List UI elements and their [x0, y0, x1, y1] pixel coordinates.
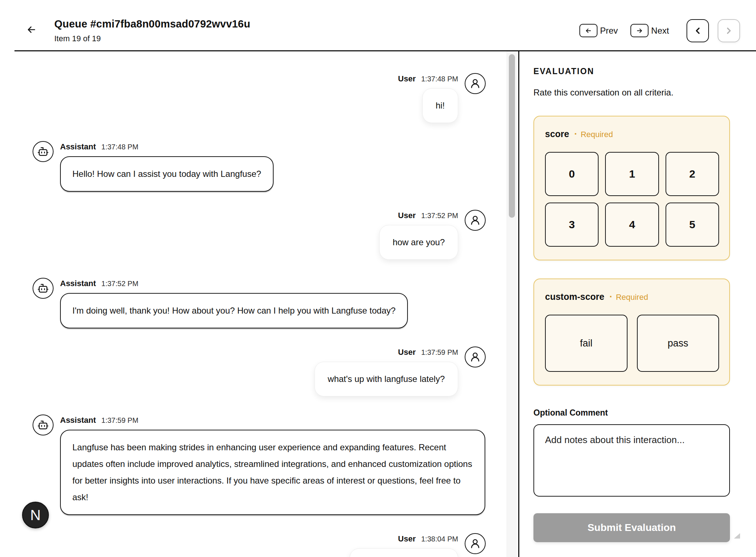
- evaluation-panel: EVALUATION Rate this conversation on all…: [519, 51, 756, 557]
- message-header: User 1:37:52 PM: [398, 211, 458, 221]
- chat-message: User 1:38:04 PM: [0, 534, 518, 557]
- chevron-right-icon: [724, 26, 734, 36]
- arrow-left-icon: [25, 24, 38, 35]
- arrow-left-icon: [584, 27, 592, 34]
- chat-message: Assistant 1:37:59 PM Langfuse has been m…: [0, 415, 518, 515]
- chat-transcript: User 1:37:48 PM hi! Assistant 1:37:48 PM…: [0, 51, 518, 557]
- nextjs-logo-letter: N: [30, 507, 41, 523]
- message-body: Assistant 1:37:48 PM Hello! How can I as…: [60, 142, 274, 192]
- user-icon: [469, 538, 481, 549]
- user-icon: [469, 351, 481, 363]
- user-icon: [469, 78, 481, 89]
- message-body: Assistant 1:37:59 PM Langfuse has been m…: [60, 415, 485, 515]
- message-header: User 1:38:04 PM: [398, 534, 458, 544]
- criterion-name: score: [545, 129, 569, 139]
- prev-label: Prev: [600, 26, 618, 36]
- message-timestamp: 1:37:59 PM: [101, 415, 138, 425]
- next-button[interactable]: [630, 24, 649, 37]
- criterion-card: custom-score ·Required failpass: [533, 278, 730, 386]
- evaluation-heading: EVALUATION: [533, 67, 730, 76]
- message-body: User 1:37:48 PM hi!: [398, 74, 458, 123]
- message-bubble: I'm doing well, thank you! How about you…: [60, 293, 408, 328]
- message-timestamp: 1:37:52 PM: [101, 278, 138, 289]
- custom-score-option-pass[interactable]: pass: [637, 315, 719, 372]
- avatar: [33, 414, 54, 435]
- score-option-1[interactable]: 1: [605, 152, 659, 196]
- message-timestamp: 1:38:04 PM: [421, 534, 458, 544]
- message-bubble: hi!: [422, 88, 458, 123]
- comment-input[interactable]: [533, 424, 730, 497]
- message-bubble: how are you?: [379, 225, 458, 260]
- message-bubble: [350, 548, 458, 557]
- chat-message: Assistant 1:37:52 PM I'm doing well, tha…: [0, 278, 518, 328]
- message-role: User: [398, 74, 416, 84]
- message-header: User 1:37:59 PM: [398, 347, 458, 357]
- message-header: Assistant 1:37:52 PM: [60, 278, 138, 289]
- message-header: Assistant 1:37:59 PM: [60, 415, 138, 425]
- criteria-list: score ·Required 012345 custom-score ·Req…: [533, 116, 730, 386]
- message-body: User 1:38:04 PM: [350, 534, 458, 557]
- comment-label: Optional Comment: [533, 408, 730, 418]
- collapse-panel-button[interactable]: [687, 19, 709, 42]
- message-role: Assistant: [60, 415, 96, 425]
- arrow-right-icon: [635, 27, 643, 34]
- message-bubble: Langfuse has been making strides in enha…: [60, 430, 485, 515]
- panel-collapse-controls: [687, 19, 740, 42]
- criterion-options: 012345: [545, 152, 719, 247]
- message-timestamp: 1:37:59 PM: [421, 347, 458, 357]
- message-role: User: [398, 347, 416, 357]
- required-badge: ·Required: [609, 293, 648, 302]
- expand-panel-button[interactable]: [718, 19, 740, 42]
- message-timestamp: 1:37:52 PM: [421, 211, 458, 221]
- page-title: Queue #cmi7fba8n00msad0792wvv16u: [54, 18, 250, 30]
- header-titles: Queue #cmi7fba8n00msad0792wvv16u Item 19…: [54, 18, 250, 43]
- score-option-3[interactable]: 3: [545, 203, 599, 247]
- message-role: Assistant: [60, 278, 96, 289]
- chat-scrollbar-track: [507, 51, 517, 557]
- item-progress: Item 19 of 19: [54, 34, 250, 43]
- chat-message: Assistant 1:37:48 PM Hello! How can I as…: [0, 142, 518, 192]
- submit-evaluation-button[interactable]: Submit Evaluation: [533, 513, 730, 542]
- criterion-header: custom-score ·Required: [545, 292, 719, 302]
- message-bubble: what's up with langfuse lately?: [314, 362, 458, 396]
- back-button[interactable]: [24, 22, 39, 37]
- message-timestamp: 1:37:48 PM: [421, 74, 458, 84]
- avatar: [465, 533, 486, 554]
- score-option-5[interactable]: 5: [666, 203, 719, 247]
- score-option-4[interactable]: 4: [605, 203, 659, 247]
- next-label: Next: [651, 26, 669, 36]
- pager-controls: Prev Next: [579, 24, 669, 37]
- message-timestamp: 1:37:48 PM: [101, 142, 138, 152]
- bot-icon: [37, 146, 49, 157]
- message-body: User 1:37:52 PM how are you?: [379, 211, 458, 260]
- header: Queue #cmi7fba8n00msad0792wvv16u Item 19…: [0, 0, 756, 51]
- chat-scrollbar-thumb[interactable]: [509, 54, 515, 218]
- nextjs-dev-badge[interactable]: N: [22, 502, 49, 528]
- resize-handle[interactable]: [734, 533, 740, 539]
- avatar: [465, 73, 486, 94]
- chat-message: User 1:37:48 PM hi!: [0, 74, 518, 123]
- bot-icon: [37, 419, 49, 431]
- message-body: Assistant 1:37:52 PM I'm doing well, tha…: [60, 278, 408, 328]
- message-body: User 1:37:59 PM what's up with langfuse …: [314, 347, 458, 396]
- score-option-2[interactable]: 2: [666, 152, 719, 196]
- avatar: [465, 210, 486, 231]
- avatar: [33, 141, 54, 162]
- criterion-name: custom-score: [545, 292, 604, 302]
- annotation-queue-page: Queue #cmi7fba8n00msad0792wvv16u Item 19…: [0, 0, 756, 557]
- message-role: Assistant: [60, 142, 96, 152]
- bot-icon: [37, 282, 49, 294]
- chat-message: User 1:37:59 PM what's up with langfuse …: [0, 347, 518, 396]
- chat-message: User 1:37:52 PM how are you?: [0, 211, 518, 260]
- required-badge: ·Required: [574, 130, 613, 139]
- evaluation-instructions: Rate this conversation on all criteria.: [533, 88, 730, 98]
- chevron-left-icon: [693, 26, 703, 36]
- message-role: User: [398, 534, 416, 544]
- score-option-0[interactable]: 0: [545, 152, 599, 196]
- message-header: User 1:37:48 PM: [398, 74, 458, 84]
- message-bubble: Hello! How can I assist you today with L…: [60, 156, 274, 192]
- prev-button[interactable]: [579, 24, 597, 37]
- criterion-header: score ·Required: [545, 129, 719, 139]
- custom-score-option-fail[interactable]: fail: [545, 315, 628, 372]
- message-role: User: [398, 211, 416, 221]
